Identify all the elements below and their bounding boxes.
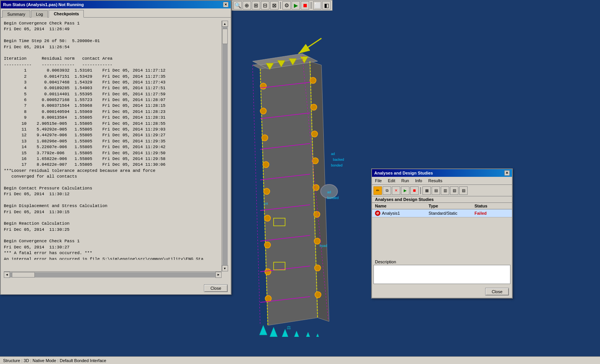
analyses-close-x-btn[interactable]: ✕: [504, 170, 510, 176]
analyses-titlebar: Analyses and Design Studies ✕: [372, 169, 512, 177]
svg-text:bonded: bonded: [327, 196, 339, 200]
analyses-col1-btn[interactable]: ▦: [422, 186, 431, 195]
svg-point-19: [311, 104, 317, 110]
view-normal-button[interactable]: ⊠: [270, 1, 279, 10]
svg-point-22: [313, 184, 319, 191]
zoom-fit-icon: 🔍: [235, 3, 241, 8]
run-green-icon: ▶: [404, 188, 407, 193]
scroll-left-btn[interactable]: ◀: [4, 272, 10, 278]
zoom-area-button[interactable]: ⊕: [243, 1, 251, 10]
analyses-col3-btn[interactable]: ▥: [441, 186, 449, 195]
tab-log[interactable]: Log: [31, 10, 48, 18]
col-header-name: Name: [375, 204, 429, 208]
svg-text:lrpad: lrpad: [320, 244, 327, 248]
close-btn-row: Close: [1, 282, 231, 294]
menu-edit[interactable]: Edit: [386, 178, 397, 184]
col-header-type: Type: [429, 204, 474, 208]
table-row[interactable]: ⊘ Analysis1 Standard/Static Failed: [372, 209, 512, 217]
scroll-track[interactable]: [222, 27, 228, 265]
svg-point-16: [265, 269, 271, 275]
tab-checkpoints[interactable]: Checkpoints: [49, 10, 84, 18]
description-textarea[interactable]: [373, 265, 510, 284]
stop-button[interactable]: ⏹: [301, 1, 309, 10]
window-content: Begin Convergence Check Pass 1 Fri Dec 0…: [1, 18, 231, 282]
settings-button[interactable]: ⚙: [282, 1, 291, 10]
svg-point-11: [262, 135, 268, 141]
analyses-delete-btn[interactable]: ✕: [392, 186, 400, 195]
svg-marker-30: [293, 331, 300, 337]
svg-marker-31: [304, 332, 312, 337]
scroll-right-btn[interactable]: ▶: [215, 272, 222, 278]
settings-icon: ⚙: [284, 3, 289, 8]
horizontal-scrollbar[interactable]: ◀ ▶: [4, 271, 222, 277]
scroll-container: Begin Convergence Check Pass 1 Fri Dec 0…: [4, 21, 228, 271]
svg-marker-27: [259, 325, 267, 335]
row-status-cell: Failed: [474, 211, 505, 215]
svg-text:ad: ad: [327, 190, 331, 194]
col5-icon: ▨: [462, 188, 465, 193]
toolbar: 🔍 ⊕ ⊞ ⊟ ⊠ ⚙ ▶ ⏹ ⬜ ◧: [232, 0, 333, 11]
stop-red-icon: ⏹: [412, 188, 416, 193]
3d-model: ad backed bonded ad bonded crt lrpad ⚖: [230, 11, 364, 337]
tab-bar: Summary Log Checkpoints: [1, 8, 231, 18]
h-scroll-track[interactable]: [10, 272, 215, 277]
svg-point-21: [312, 158, 318, 164]
zoom-selection-button[interactable]: ⊞: [252, 1, 260, 10]
scroll-up-btn[interactable]: ▲: [222, 21, 228, 27]
svg-point-13: [264, 188, 270, 194]
run-status-close-button[interactable]: Close: [204, 284, 228, 292]
analyses-col5-btn[interactable]: ▨: [459, 186, 468, 195]
analyses-window: Analyses and Design Studies ✕ File Edit …: [371, 168, 513, 299]
toggle1-button[interactable]: ⬜: [313, 1, 321, 10]
menu-file[interactable]: File: [373, 178, 383, 184]
analyses-col4-btn[interactable]: ▧: [450, 186, 458, 195]
svg-point-12: [263, 162, 269, 168]
svg-point-26: [315, 292, 321, 298]
run-button[interactable]: ▶: [292, 1, 300, 10]
scroll-down-btn[interactable]: ▼: [222, 265, 228, 271]
analyses-close-row: Close: [485, 288, 509, 295]
svg-point-9: [260, 83, 266, 89]
analyses-table-header: Name Type Status: [372, 203, 512, 209]
svg-marker-28: [270, 327, 277, 337]
toggle2-button[interactable]: ◧: [322, 1, 331, 10]
analyses-stop-btn[interactable]: ⏹: [410, 186, 419, 195]
analyses-edit-btn[interactable]: ✏: [373, 186, 382, 195]
run-status-close-btn[interactable]: ✕: [223, 2, 228, 7]
analyses-col2-btn[interactable]: ▤: [432, 186, 440, 195]
status-bar: Structure : 3D : Native Mode : Default B…: [0, 356, 600, 364]
run-icon: ▶: [294, 3, 298, 8]
col4-icon: ▧: [453, 188, 456, 193]
menu-info[interactable]: Info: [414, 178, 424, 184]
menu-run[interactable]: Run: [400, 178, 411, 184]
svg-text:ad: ad: [331, 152, 335, 156]
svg-point-10: [260, 108, 266, 114]
scroll-thumb[interactable]: [222, 29, 228, 44]
tab-summary[interactable]: Summary: [2, 10, 30, 18]
description-section: Description: [373, 259, 510, 284]
view-orient-button[interactable]: ⊟: [261, 1, 269, 10]
status-text: Structure : 3D : Native Mode : Default B…: [3, 358, 106, 363]
svg-point-23: [314, 211, 320, 217]
delete-icon: ✕: [395, 188, 398, 193]
col1-icon: ▦: [425, 188, 429, 193]
analyses-toolbar: ✏ ⧉ ✕ ▶ ⏹ ▦ ▤ ▥ ▧ ▨: [372, 185, 512, 196]
separator-2: [311, 2, 311, 9]
analyses-sep-1: [420, 187, 421, 194]
svg-point-24: [314, 238, 320, 244]
analyses-title: Analyses and Design Studies: [374, 171, 433, 175]
analyses-menubar: File Edit Run Info Results: [372, 177, 512, 185]
menu-results[interactable]: Results: [427, 178, 444, 184]
zoom-area-icon: ⊕: [245, 3, 249, 8]
analyses-copy-btn[interactable]: ⧉: [383, 186, 391, 195]
separator-1: [280, 2, 281, 9]
analyses-close-button[interactable]: Close: [485, 288, 509, 295]
analyses-section-label: Analyses and Design Studies: [372, 196, 512, 203]
row-analysis-name: Analysis1: [382, 211, 400, 215]
h-scroll-thumb[interactable]: [12, 272, 35, 277]
toggle1-icon: ⬜: [314, 3, 321, 8]
analyses-run-btn[interactable]: ▶: [401, 186, 409, 195]
vertical-scrollbar[interactable]: ▲ ▼: [222, 21, 228, 271]
zoom-fit-button[interactable]: 🔍: [233, 1, 242, 10]
zoom-sel-icon: ⊞: [254, 3, 258, 8]
